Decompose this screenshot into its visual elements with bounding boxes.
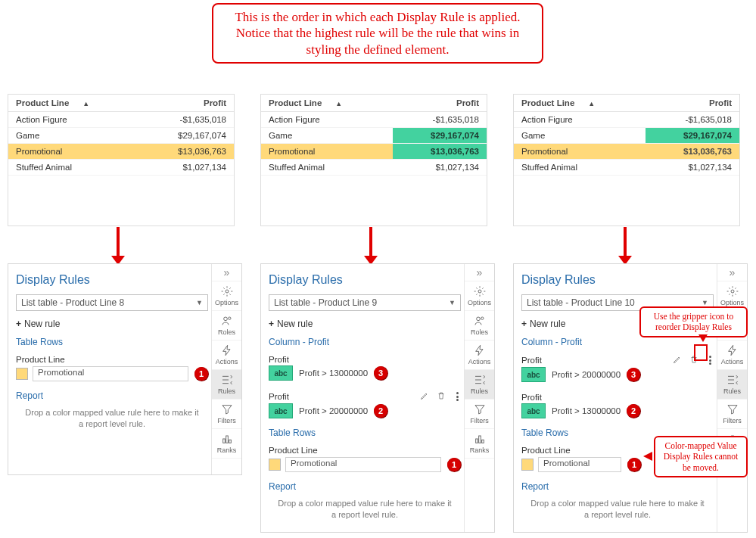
table-row[interactable]: Stuffed Animal$1,027,134: [8, 160, 234, 176]
collapse-button[interactable]: »: [212, 264, 241, 281]
section-report: Report: [16, 390, 208, 401]
gripper-icon[interactable]: [453, 392, 461, 401]
sort-asc-icon: ▲: [588, 100, 595, 107]
svg-point-1: [223, 317, 227, 321]
gripper-icon[interactable]: [706, 356, 714, 365]
ranks-tab[interactable]: Ranks: [465, 429, 494, 459]
filters-tab[interactable]: Filters: [465, 400, 494, 429]
rules-tab[interactable]: Rules: [465, 370, 494, 400]
step-badge-1: 1: [627, 458, 641, 471]
rule-text: Profit > 13000000: [299, 369, 368, 378]
color-swatch-icon[interactable]: [16, 368, 28, 380]
delete-icon[interactable]: [437, 391, 446, 402]
cell: Action Figure: [514, 112, 646, 128]
chevron-down-icon: ▼: [196, 299, 203, 306]
col-header-product-line[interactable]: Product Line▲: [8, 95, 140, 112]
rule-value-input[interactable]: Promotional: [538, 457, 621, 472]
table-row[interactable]: Stuffed Animal$1,027,134: [514, 160, 739, 176]
step-badge-3: 3: [627, 368, 640, 381]
drop-zone-text: Drop a color mapped value rule here to m…: [16, 407, 208, 431]
new-rule-label: New rule: [24, 319, 60, 329]
drop-zone-text: Drop a color mapped value rule here to m…: [521, 498, 714, 521]
table-row[interactable]: Promotional$13,036,763: [8, 144, 234, 160]
section-table-rows: Table Rows: [269, 428, 461, 438]
table-row[interactable]: Game$29,167,074: [8, 128, 234, 144]
cell: $13,036,763: [393, 144, 487, 160]
object-select[interactable]: List table - Product Line 8 ▼: [16, 294, 208, 311]
rule-text: Profit > 20000000: [299, 406, 368, 415]
cell: $13,036,763: [140, 144, 234, 160]
table-row[interactable]: Stuffed Animal$1,027,134: [261, 160, 487, 176]
select-value: List table - Product Line 9: [274, 297, 377, 308]
annotation-colormap: Color-mapped Value Display Rules cannot …: [654, 436, 748, 477]
object-select[interactable]: List table - Product Line 9 ▼: [269, 294, 461, 311]
table-row[interactable]: Game$29,167,074: [261, 128, 487, 144]
step-badge-1: 1: [447, 458, 461, 471]
col-header-product-line[interactable]: Product Line▲: [514, 95, 646, 112]
table-row[interactable]: Promotional$13,036,763: [514, 144, 739, 160]
step-badge-2: 2: [627, 404, 640, 418]
step-badge-1: 1: [194, 367, 208, 381]
rule-profit-gt-20[interactable]: abc Profit > 20000000 2: [269, 403, 461, 418]
rule-label-profit: Profit: [521, 355, 714, 365]
table-row[interactable]: Action Figure-$1,635,018: [8, 112, 234, 128]
tab-label: Roles: [218, 328, 235, 336]
table-row[interactable]: Promotional$13,036,763: [261, 144, 487, 160]
svg-point-0: [226, 290, 229, 293]
table-row[interactable]: Action Figure-$1,635,018: [261, 112, 487, 128]
col-header-profit[interactable]: Profit: [393, 95, 487, 112]
panel-title: Display Rules: [521, 273, 714, 287]
delete-icon[interactable]: [689, 355, 698, 365]
new-rule-button[interactable]: +New rule: [269, 319, 461, 329]
style-swatch-icon: abc: [521, 403, 546, 418]
rule-profit-gt-13[interactable]: abc Profit > 13000000 2: [521, 403, 714, 418]
edit-icon[interactable]: [673, 355, 682, 365]
rule-value-input[interactable]: Promotional: [33, 366, 188, 381]
actions-tab[interactable]: Actions: [212, 341, 241, 370]
rule-profit-gt-13[interactable]: abc Profit > 13000000 3: [269, 365, 461, 381]
ranks-tab[interactable]: Ranks: [212, 429, 241, 459]
col-header-profit[interactable]: Profit: [140, 95, 234, 112]
rule-label-profit: Profit: [269, 355, 461, 364]
rule-profit-gt-20[interactable]: abc Profit > 20000000 3: [521, 367, 714, 382]
options-tab[interactable]: Options: [212, 281, 241, 311]
tab-label: Ranks: [470, 446, 490, 454]
section-report: Report: [269, 481, 461, 492]
table-row[interactable]: Game$29,167,074: [514, 128, 739, 144]
rule-label-profit: Profit: [521, 393, 714, 402]
filters-tab[interactable]: Filters: [212, 400, 241, 429]
new-rule-button[interactable]: +New rule: [16, 319, 208, 329]
tab-label: Options: [468, 299, 491, 306]
rules-tab[interactable]: Rules: [717, 370, 747, 400]
collapse-button[interactable]: »: [717, 264, 747, 281]
color-swatch-icon[interactable]: [521, 459, 534, 471]
cell: $13,036,763: [646, 144, 739, 160]
data-table-3: Product Line▲ Profit Action Figure-$1,63…: [513, 94, 740, 226]
actions-tab[interactable]: Actions: [465, 341, 494, 370]
rule-text: Profit > 20000000: [552, 370, 621, 379]
table-row[interactable]: Action Figure-$1,635,018: [514, 112, 739, 128]
cell: $29,167,074: [646, 128, 739, 144]
tab-label: Options: [215, 299, 238, 306]
tab-label: Filters: [723, 417, 742, 424]
filters-tab[interactable]: Filters: [717, 400, 747, 429]
roles-tab[interactable]: Roles: [212, 311, 241, 341]
col-header-product-line[interactable]: Product Line▲: [261, 95, 393, 112]
rule-value-input[interactable]: Promotional: [285, 457, 441, 472]
cell: $1,027,134: [140, 160, 234, 176]
rules-tab[interactable]: Rules: [212, 370, 241, 400]
edit-icon[interactable]: [420, 391, 429, 402]
color-swatch-icon[interactable]: [269, 459, 281, 471]
options-tab[interactable]: Options: [465, 281, 494, 311]
display-rules-panel-2: Display Rules List table - Product Line …: [260, 263, 495, 533]
annotation-gripper: Use the gripper icon to reorder Display …: [639, 306, 748, 337]
drop-zone-text: Drop a color mapped value rule here to m…: [269, 498, 461, 521]
plus-icon: +: [16, 319, 21, 329]
tab-label: Options: [720, 299, 744, 306]
actions-tab[interactable]: Actions: [717, 341, 747, 370]
data-table-2: Product Line▲ Profit Action Figure-$1,63…: [260, 94, 487, 226]
roles-tab[interactable]: Roles: [465, 311, 494, 341]
collapse-button[interactable]: »: [465, 264, 494, 281]
col-header-profit[interactable]: Profit: [646, 95, 739, 112]
col-header-label: Product Line: [269, 98, 322, 107]
